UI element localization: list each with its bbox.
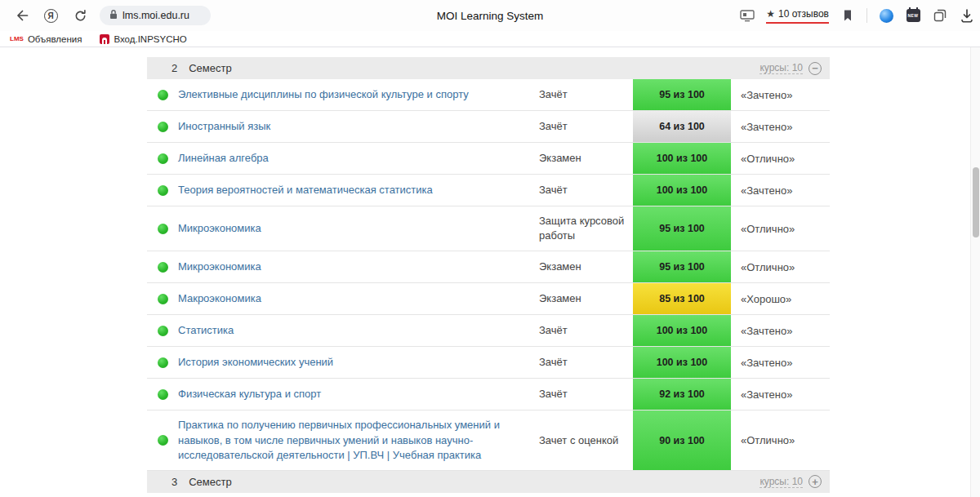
status-dot-icon <box>158 357 168 368</box>
score-cell: 90 из 100 <box>633 410 731 470</box>
collapse-icon[interactable]: − <box>808 62 822 75</box>
status-dot-icon <box>158 122 168 132</box>
bookmark-inpsycho[interactable]: Вход.INPSYCHO <box>100 34 186 44</box>
grade-text: «Зачтено» <box>731 347 830 378</box>
course-link[interactable]: Статистика <box>178 323 234 338</box>
course-link[interactable]: Элективные дисциплины по физической куль… <box>178 87 469 102</box>
yandex-alisa-icon[interactable]: Я <box>42 7 59 24</box>
status-cell <box>147 379 178 410</box>
browser-globe-icon[interactable] <box>878 7 894 24</box>
expand-icon[interactable]: + <box>808 475 822 488</box>
bookmark-announcements[interactable]: LMS Объявления <box>10 34 82 44</box>
assessment-type: Экзамен <box>539 283 633 314</box>
table-row: Статистика Зачёт 100 из 100 «Зачтено» <box>147 315 830 347</box>
star-icon: ★ <box>766 8 775 20</box>
lock-icon <box>109 8 118 23</box>
performance-icon[interactable] <box>739 7 755 24</box>
reviews-badge[interactable]: ★ 10 отзывов <box>766 8 829 24</box>
courses-count-link[interactable]: курсы: 10 <box>760 62 803 74</box>
lms-favicon: LMS <box>10 36 24 42</box>
course-link[interactable]: Микроэкономика <box>178 260 261 274</box>
bookmark-icon[interactable] <box>840 7 856 24</box>
grade-text: «Зачтено» <box>731 379 830 410</box>
back-icon[interactable] <box>13 7 29 24</box>
score-cell: 95 из 100 <box>633 79 731 110</box>
page-title: MOI Learning System <box>437 10 544 22</box>
score-cell: 95 из 100 <box>633 206 731 251</box>
grade-text: «Отлично» <box>731 410 830 470</box>
course-link[interactable]: Практика по получению первичных професси… <box>178 418 528 463</box>
assessment-type: Зачёт <box>539 175 633 206</box>
bookmark-label: Вход.INPSYCHO <box>114 34 186 44</box>
status-cell <box>147 111 178 142</box>
table-row: Микроэкономика Защита курсовой работы 95… <box>147 206 830 251</box>
grade-text: «Зачтено» <box>731 111 830 142</box>
course-name-cell: Микроэкономика <box>178 206 539 251</box>
score-badge: 64 из 100 <box>633 111 731 142</box>
calendar-new-icon[interactable]: NEW <box>905 7 921 24</box>
assessment-type: Экзамен <box>539 143 633 174</box>
courses-count-link[interactable]: курсы: 10 <box>760 476 803 488</box>
score-badge: 95 из 100 <box>633 251 731 282</box>
course-link[interactable]: Линейная алгебра <box>178 151 269 166</box>
status-dot-icon <box>158 153 168 164</box>
address-bar[interactable]: lms.moi.edu.ru <box>100 6 211 25</box>
course-name-cell: Элективные дисциплины по физической куль… <box>178 79 539 110</box>
semester-footer-controls: курсы: 10 + <box>760 475 822 488</box>
status-dot-icon <box>158 326 168 336</box>
course-name-cell: Линейная алгебра <box>178 143 539 174</box>
course-name-cell: Физическая культура и спорт <box>178 379 539 410</box>
score-cell: 100 из 100 <box>633 175 731 206</box>
status-dot-icon <box>158 185 168 196</box>
course-link[interactable]: История экономических учений <box>178 355 333 370</box>
course-link[interactable]: Иностранный язык <box>178 119 270 134</box>
score-badge: 95 из 100 <box>633 79 731 110</box>
url-text: lms.moi.edu.ru <box>122 10 189 21</box>
download-icon[interactable] <box>959 7 975 24</box>
course-link[interactable]: Микроэкономика <box>178 221 261 236</box>
status-cell <box>147 410 178 470</box>
table-row: Физическая культура и спорт Зачёт 92 из … <box>147 379 830 410</box>
score-badge: 85 из 100 <box>633 283 731 314</box>
table-row: Иностранный язык Зачёт 64 из 100 «Зачтен… <box>147 111 830 143</box>
status-dot-icon <box>158 224 168 234</box>
semester-number: 2 <box>172 62 177 74</box>
semester-header-controls: курсы: 10 − <box>760 62 822 75</box>
course-name-cell: Микроэкономика <box>178 251 539 282</box>
assessment-type: Зачет с оценкой <box>539 410 633 470</box>
assessment-type: Зачёт <box>539 79 633 110</box>
scrollbar-track[interactable] <box>970 47 980 497</box>
grade-text: «Отлично» <box>731 251 830 282</box>
score-cell: 92 из 100 <box>633 379 731 410</box>
status-cell <box>147 143 178 174</box>
browser-toolbar: Я lms.moi.edu.ru MOI Learning System ★ 1… <box>0 0 980 31</box>
status-dot-icon <box>158 294 168 304</box>
globe-orb <box>880 9 893 23</box>
status-cell <box>147 175 178 206</box>
course-link[interactable]: Физическая культура и спорт <box>178 387 321 402</box>
grade-text: «Зачтено» <box>731 175 830 206</box>
course-link[interactable]: Теория вероятностей и математическая ста… <box>178 183 433 197</box>
grade-text: «Зачтено» <box>731 315 830 346</box>
bookmark-label: Объявления <box>28 34 82 44</box>
collections-icon[interactable] <box>932 7 948 24</box>
semester-number: 3 <box>172 476 177 488</box>
score-badge: 100 из 100 <box>633 315 731 346</box>
course-link[interactable]: Макроэкономика <box>178 291 261 306</box>
status-dot-icon <box>158 90 168 100</box>
semester-label: Семестр <box>189 62 231 74</box>
score-cell: 100 из 100 <box>633 347 731 378</box>
semester-footer: 3 Семестр курсы: 10 + <box>147 471 830 493</box>
semester-header: 2 Семестр курсы: 10 − <box>147 57 830 79</box>
status-dot-icon <box>158 389 168 400</box>
grades-table: 2 Семестр курсы: 10 − Элективные дисципл… <box>147 57 830 493</box>
table-row: Практика по получению первичных професси… <box>147 410 830 471</box>
semester-label: Семестр <box>189 476 231 488</box>
assessment-type: Защита курсовой работы <box>539 206 633 251</box>
grade-text: «Отлично» <box>731 143 830 174</box>
status-dot-icon <box>158 262 168 273</box>
scrollbar-thumb[interactable] <box>973 167 979 237</box>
score-badge: 92 из 100 <box>633 379 731 410</box>
status-cell <box>147 79 178 110</box>
refresh-icon[interactable] <box>72 7 88 24</box>
